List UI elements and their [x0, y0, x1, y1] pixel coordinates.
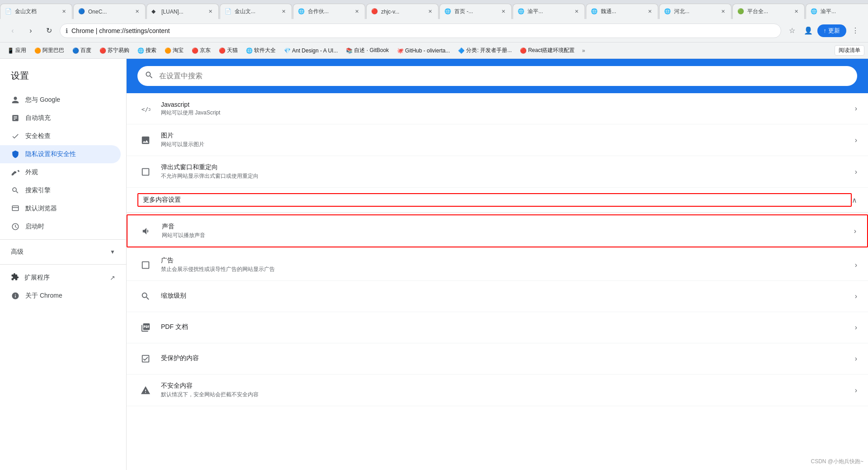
popups-title: 弹出式窗口和重定向: [161, 163, 855, 171]
bookmark-label-devmanual: 分类: 开发者手册...: [466, 47, 512, 54]
tab-12[interactable]: 🌐 渝平... ✕: [806, 4, 868, 19]
advanced-label: 高级: [11, 248, 24, 256]
bookmark-button[interactable]: ☆: [785, 24, 799, 38]
tab-close-1[interactable]: ✕: [60, 8, 67, 15]
security-icon: [11, 132, 20, 141]
menu-button[interactable]: ⋮: [848, 24, 863, 38]
protected-arrow-icon: ›: [855, 355, 857, 363]
tab-4[interactable]: 📄 金山文... ✕: [220, 4, 292, 19]
sidebar-item-profile[interactable]: 您与 Google: [0, 91, 121, 109]
bookmark-favicon-react: 🔴: [520, 47, 526, 54]
more-content-header[interactable]: 更多内容设置 ∧: [127, 188, 868, 213]
tab-2[interactable]: 🔵 OneC... ✕: [73, 4, 146, 19]
tab-close-9[interactable]: ✕: [646, 8, 653, 15]
more-content-collapse-icon[interactable]: ∧: [852, 196, 857, 204]
about-icon: [11, 291, 20, 300]
sidebar-item-search[interactable]: 搜索引擎: [0, 181, 121, 199]
svg-text:</>: </>: [142, 106, 151, 113]
bookmark-taobao[interactable]: 🟠 淘宝: [161, 45, 187, 56]
zoom-icon: [137, 288, 154, 304]
sidebar-item-security[interactable]: 安全检查: [0, 127, 121, 145]
sidebar-item-about[interactable]: 关于 Chrome: [0, 287, 121, 305]
tab-close-6[interactable]: ✕: [426, 8, 434, 15]
popups-desc: 不允许网站显示弹出式窗口或使用重定向: [161, 172, 855, 180]
profile-button[interactable]: 👤: [801, 24, 816, 38]
tab-close-10[interactable]: ✕: [719, 8, 726, 15]
bookmark-search[interactable]: 🌐 搜索: [134, 45, 160, 56]
update-button[interactable]: ↑ 更新: [817, 24, 847, 37]
search-input[interactable]: [159, 72, 850, 80]
sidebar-item-appearance[interactable]: 外观: [0, 163, 121, 181]
ads-icon: [137, 257, 154, 273]
sidebar-label-search: 搜索引擎: [25, 186, 51, 195]
bookmarks-bar: 📱 应用 🟠 阿里巴巴 🔵 百度 🔴 苏宁易购 🌐 搜索 🟠 淘宝 🔴 京东: [0, 43, 868, 59]
bookmark-tianmao[interactable]: 🔴 天猫: [215, 45, 241, 56]
tab-6[interactable]: 🔴 zhjc-v... ✕: [366, 4, 439, 19]
settings-item-javascript[interactable]: </> Javascript 网站可以使用 JavaScript ›: [127, 93, 868, 124]
search-bar: [137, 66, 857, 86]
tab-10[interactable]: 🌐 河北... ✕: [659, 4, 731, 19]
settings-item-popups[interactable]: 弹出式窗口和重定向 不允许网站显示弹出式窗口或使用重定向 ›: [127, 156, 868, 188]
bookmark-baidu[interactable]: 🔵 百度: [69, 45, 95, 56]
javascript-desc: 网站可以使用 JavaScript: [161, 109, 855, 117]
update-label: 更新: [828, 27, 840, 35]
sidebar-section-advanced[interactable]: 高级 ▼: [0, 243, 126, 261]
javascript-icon: </>: [137, 100, 154, 117]
bookmark-devmanual[interactable]: 🔷 分类: 开发者手册...: [454, 45, 515, 56]
bookmarks-more-button[interactable]: »: [579, 46, 588, 56]
tab-close-11[interactable]: ✕: [793, 8, 800, 15]
sidebar-item-startup[interactable]: 启动时: [0, 218, 121, 236]
bookmark-react[interactable]: 🔴 React搭建环境配置: [516, 45, 578, 56]
settings-item-insecure[interactable]: 不安全内容 默认情况下，安全网站会拦截不安全内容 ›: [127, 375, 868, 406]
forward-button[interactable]: ›: [24, 24, 38, 38]
insecure-arrow-icon: ›: [855, 386, 857, 394]
sidebar-item-extensions[interactable]: 扩展程序 ↗: [0, 268, 126, 287]
watermark: CSDN @小炮兵快跑~: [811, 458, 863, 465]
tab-close-2[interactable]: ✕: [133, 8, 141, 15]
settings-item-ads[interactable]: 广告 禁止会展示侵扰性或误导性广告的网站显示广告 ›: [127, 249, 868, 281]
tab-11[interactable]: 🟢 平台全... ✕: [732, 4, 805, 19]
tab-close-5[interactable]: ✕: [353, 8, 360, 15]
reading-list-button[interactable]: 阅读清单: [835, 45, 864, 56]
tab-8[interactable]: 🌐 渝平... ✕: [513, 4, 585, 19]
tab-close-3[interactable]: ✕: [207, 8, 214, 15]
bookmark-software[interactable]: 🌐 软件大全: [242, 45, 279, 56]
tab-1[interactable]: 📄 金山文档 ✕: [0, 4, 72, 19]
sidebar-item-autofill[interactable]: 自动填充: [0, 109, 121, 127]
bookmark-github[interactable]: 🐙 GitHub - olivierta...: [393, 46, 453, 56]
settings-item-pdf[interactable]: PDF 文档 ›: [127, 312, 868, 343]
bookmark-favicon-software: 🌐: [246, 47, 252, 54]
bookmark-favicon-github: 🐙: [397, 47, 403, 54]
tab-5[interactable]: 🌐 合作伙... ✕: [293, 4, 365, 19]
bookmark-jd[interactable]: 🔴 京东: [188, 45, 214, 56]
sidebar-label-profile: 您与 Google: [25, 96, 60, 104]
bookmark-alibaba[interactable]: 🟠 阿里巴巴: [31, 45, 68, 56]
bookmark-suning[interactable]: 🔴 苏宁易购: [96, 45, 133, 56]
ads-desc: 禁止会展示侵扰性或误导性广告的网站显示广告: [161, 266, 855, 273]
tab-9[interactable]: 🌐 魏通... ✕: [586, 4, 658, 19]
tab-close-8[interactable]: ✕: [573, 8, 580, 15]
tab-label-6: zhjc-v...: [381, 9, 425, 15]
back-button[interactable]: ‹: [5, 24, 20, 38]
settings-item-images[interactable]: 图片 网站可以显示图片 ›: [127, 124, 868, 156]
settings-item-sound[interactable]: 声音 网站可以播放声音 ›: [127, 214, 868, 247]
tab-7[interactable]: 🌐 首页 -... ✕: [439, 4, 512, 19]
bookmark-label-tianmao: 天猫: [227, 47, 238, 54]
tab-3[interactable]: ◆ [LUAN]... ✕: [146, 4, 219, 19]
bookmark-gitbook[interactable]: 📚 自述 · GitBook: [342, 45, 392, 56]
reload-button[interactable]: ↻: [42, 24, 56, 38]
tab-favicon-2: 🔵: [78, 8, 85, 15]
tab-close-4[interactable]: ✕: [280, 8, 287, 15]
sidebar-item-default-browser[interactable]: 默认浏览器: [0, 199, 121, 218]
tab-close-7[interactable]: ✕: [500, 8, 507, 15]
address-input-wrap[interactable]: ℹ Chrome | chrome://settings/content: [60, 24, 781, 38]
settings-item-zoom[interactable]: 缩放级别 ›: [127, 281, 868, 312]
sidebar-item-privacy[interactable]: 隐私设置和安全性: [0, 145, 121, 163]
tab-favicon-4: 📄: [225, 8, 232, 15]
tab-close-12[interactable]: ✕: [866, 8, 868, 15]
bookmark-apps[interactable]: 📱 应用: [4, 45, 30, 56]
sidebar-label-security: 安全检查: [25, 132, 51, 140]
bookmark-antdesign[interactable]: 💎 Ant Design - A UI...: [280, 46, 341, 56]
settings-item-protected[interactable]: 受保护的内容 ›: [127, 343, 868, 375]
sound-desc: 网站可以播放声音: [162, 232, 854, 239]
